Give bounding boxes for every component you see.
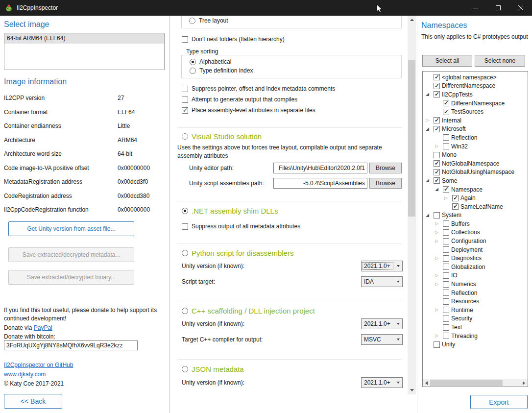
namespace-checkbox[interactable] bbox=[443, 220, 449, 227]
namespace-checkbox[interactable] bbox=[443, 238, 449, 244]
py-unity-version-combobox[interactable]: 2021.1.0+ bbox=[361, 261, 403, 271]
namespace-checkbox[interactable] bbox=[443, 307, 449, 313]
dropdown-arrow-icon[interactable] bbox=[394, 277, 402, 287]
tree-item[interactable]: Resources bbox=[423, 297, 528, 306]
visual-studio-radio[interactable] bbox=[182, 133, 188, 140]
tree-item[interactable]: ▷Collections bbox=[423, 228, 528, 237]
expander-collapsed-icon[interactable]: ▷ bbox=[435, 239, 443, 243]
tree-item[interactable]: Reflection bbox=[423, 133, 528, 142]
website-link[interactable]: www.djkaty.com bbox=[4, 371, 46, 378]
tree-item[interactable]: ▷IO bbox=[423, 271, 528, 280]
expander-collapsed-icon[interactable]: ▷ bbox=[435, 256, 443, 261]
github-link[interactable]: Il2CppInspector on GitHub bbox=[4, 362, 73, 368]
tree-item[interactable]: ▷Numerics bbox=[423, 280, 528, 289]
namespace-checkbox[interactable] bbox=[452, 195, 459, 201]
tree-item[interactable]: <global namespace> bbox=[423, 73, 528, 82]
options-vertical-scrollbar[interactable] bbox=[408, 16, 416, 394]
dropdown-arrow-icon[interactable] bbox=[394, 261, 402, 271]
namespace-checkbox[interactable] bbox=[434, 152, 440, 158]
maximize-button[interactable] bbox=[487, 0, 509, 16]
compilable-output-checkbox[interactable] bbox=[182, 97, 188, 103]
expander-collapsed-icon[interactable]: ▷ bbox=[435, 334, 443, 338]
back-button[interactable]: << Back bbox=[4, 394, 62, 409]
suppress-attributes-checkbox[interactable] bbox=[182, 223, 188, 230]
expander-expanded-icon[interactable]: ◢ bbox=[426, 92, 434, 97]
cpp-compiler-combobox[interactable]: MSVC bbox=[361, 334, 403, 345]
expander-expanded-icon[interactable]: ◢ bbox=[426, 178, 434, 183]
scroll-left-button[interactable] bbox=[423, 379, 430, 387]
json-metadata-radio[interactable] bbox=[182, 366, 188, 372]
tree-item[interactable]: ▷Configuration bbox=[423, 237, 528, 245]
expander-collapsed-icon[interactable]: ▷ bbox=[435, 221, 443, 226]
scrollbar-thumb[interactable] bbox=[430, 380, 503, 386]
image-listbox[interactable]: 64-bit ARM64 (ELF64) bbox=[4, 33, 165, 70]
export-button[interactable]: Export bbox=[470, 395, 528, 409]
tree-item[interactable]: ▷Buffers bbox=[423, 219, 528, 228]
tree-item[interactable]: NotGlobalNamespace bbox=[423, 159, 528, 168]
select-all-button[interactable]: Select all bbox=[422, 55, 472, 67]
expander-collapsed-icon[interactable]: ▷ bbox=[435, 273, 443, 278]
namespace-checkbox[interactable] bbox=[443, 143, 449, 149]
minimize-button[interactable] bbox=[464, 0, 487, 16]
unity-editor-path-field[interactable]: Files\Unity\Hub\Editor\2020.2.0f1 bbox=[273, 163, 367, 173]
namespace-checkbox[interactable] bbox=[443, 290, 449, 296]
scrollbar-thumb[interactable] bbox=[408, 60, 415, 217]
namespace-checkbox[interactable] bbox=[443, 324, 449, 331]
namespace-checkbox[interactable] bbox=[443, 186, 449, 193]
namespace-checkbox[interactable] bbox=[434, 83, 440, 89]
namespace-checkbox[interactable] bbox=[434, 177, 440, 184]
tree-item[interactable]: ▷Again bbox=[423, 194, 528, 202]
tree-item[interactable]: Mono bbox=[423, 150, 528, 159]
namespace-checkbox[interactable] bbox=[452, 203, 459, 210]
namespace-checkbox[interactable] bbox=[443, 109, 449, 115]
image-list-item-selected[interactable]: 64-bit ARM64 (ELF64) bbox=[4, 33, 164, 44]
namespace-checkbox[interactable] bbox=[434, 341, 440, 348]
shim-dlls-radio[interactable] bbox=[182, 208, 188, 214]
tree-item[interactable]: Security bbox=[423, 315, 528, 323]
namespace-checkbox[interactable] bbox=[443, 134, 449, 141]
expander-collapsed-icon[interactable]: ▷ bbox=[435, 230, 443, 235]
paypal-link[interactable]: PayPal bbox=[34, 324, 52, 331]
tree-item[interactable]: ▷Win32 bbox=[423, 142, 528, 151]
tree-item[interactable]: DifferentNamespace bbox=[423, 99, 528, 108]
namespace-checkbox[interactable] bbox=[434, 91, 440, 97]
browse-editor-path-button[interactable]: Browse bbox=[369, 163, 402, 173]
expander-collapsed-icon[interactable]: ▷ bbox=[435, 144, 443, 148]
namespace-checkbox[interactable] bbox=[443, 229, 449, 236]
close-button[interactable] bbox=[509, 0, 532, 16]
tree-item[interactable]: ◢System bbox=[423, 211, 528, 220]
tree-horizontal-scrollbar[interactable] bbox=[423, 379, 528, 387]
get-unity-version-button[interactable]: Get Unity version from asset file... bbox=[8, 221, 134, 236]
flatten-checkbox[interactable] bbox=[182, 36, 188, 43]
tree-layout-radio[interactable] bbox=[189, 18, 195, 24]
namespace-checkbox[interactable] bbox=[434, 169, 440, 175]
python-script-radio[interactable] bbox=[182, 250, 188, 256]
tree-item[interactable]: ◢Il2CppTests bbox=[423, 90, 528, 99]
namespace-checkbox[interactable] bbox=[443, 298, 449, 305]
namespace-checkbox[interactable] bbox=[434, 212, 440, 219]
tree-item[interactable]: ◢Namespace bbox=[423, 185, 528, 194]
namespace-checkbox[interactable] bbox=[443, 264, 449, 270]
tree-item[interactable]: Unity bbox=[423, 340, 528, 349]
tree-item[interactable]: Reflection bbox=[423, 289, 528, 297]
namespace-checkbox[interactable] bbox=[443, 100, 449, 106]
namespace-checkbox[interactable] bbox=[443, 272, 449, 279]
cpp-unity-version-combobox[interactable]: 2021.1.0+ bbox=[361, 318, 403, 329]
expander-collapsed-icon[interactable]: ▷ bbox=[435, 308, 443, 312]
suppress-metadata-comments-checkbox[interactable] bbox=[182, 86, 188, 92]
tree-item[interactable]: SameLeafName bbox=[423, 202, 528, 211]
namespace-checkbox[interactable] bbox=[434, 74, 440, 80]
json-unity-version-combobox[interactable]: 2021.1.0+ bbox=[361, 377, 403, 388]
expander-expanded-icon[interactable]: ◢ bbox=[435, 187, 443, 192]
browse-assemblies-path-button[interactable]: Browse bbox=[369, 178, 402, 189]
namespace-checkbox[interactable] bbox=[434, 160, 440, 167]
namespace-checkbox[interactable] bbox=[443, 316, 449, 322]
namespace-checkbox[interactable] bbox=[434, 126, 440, 132]
tree-item[interactable]: ▷Internal bbox=[423, 116, 528, 125]
titlebar[interactable]: Il2CppInspector bbox=[0, 0, 532, 16]
tree-item[interactable]: ◢Some bbox=[423, 176, 528, 185]
select-none-button[interactable]: Select none bbox=[475, 55, 525, 67]
bitcoin-address-field[interactable]: 3FoRUqUXgYj8NY8sMQfhX6vv9LqR3e2kzz bbox=[4, 340, 138, 350]
script-target-combobox[interactable]: IDA bbox=[361, 276, 403, 287]
tree-item[interactable]: ◢Microsoft bbox=[423, 125, 528, 134]
